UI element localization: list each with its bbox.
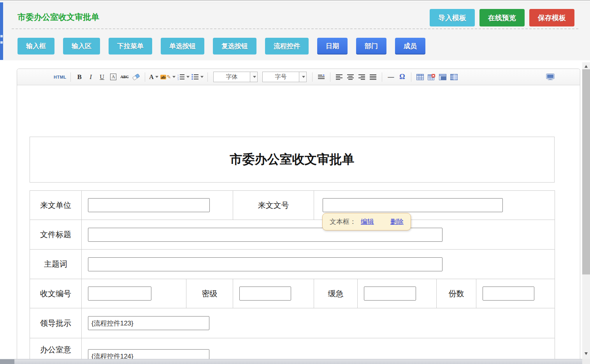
strikethrough-button[interactable]: ABC bbox=[120, 72, 130, 83]
table-merge-button[interactable] bbox=[438, 72, 448, 83]
form-table: 来文单位 来文文号 文件标题 主题词 收文编号 密级 缓急 份数 bbox=[30, 190, 555, 359]
delete-link[interactable]: 删除 bbox=[390, 217, 404, 226]
insert-table-button[interactable] bbox=[415, 72, 425, 83]
urgency-input[interactable] bbox=[364, 287, 416, 301]
horizontal-scrollbar-thumb[interactable] bbox=[0, 359, 14, 364]
online-preview-button[interactable]: 在线预览 bbox=[479, 9, 525, 26]
copies-input[interactable] bbox=[483, 287, 534, 301]
insert-textarea-button[interactable]: 输入区 bbox=[63, 38, 100, 55]
field-label: 收文编号 bbox=[30, 279, 82, 308]
ordered-list-icon: 1 2 3 bbox=[177, 74, 185, 80]
horizontal-scrollbar[interactable] bbox=[0, 359, 582, 364]
horizontal-rule-button[interactable]: — bbox=[386, 72, 396, 83]
insert-flow-control-button[interactable]: 流程控件 bbox=[265, 38, 309, 55]
page-title: 市委办公室收文审批单 bbox=[18, 12, 99, 23]
align-right-button[interactable] bbox=[357, 72, 367, 83]
scroll-up-arrow-icon[interactable] bbox=[585, 65, 588, 68]
field-label: 密级 bbox=[186, 279, 233, 308]
save-template-button[interactable]: 保存模板 bbox=[529, 9, 574, 26]
import-template-button[interactable]: 导入模板 bbox=[430, 9, 475, 26]
field-label: 文件标题 bbox=[30, 220, 82, 250]
vertical-scrollbar[interactable] bbox=[582, 62, 590, 359]
align-left-button[interactable] bbox=[334, 72, 344, 83]
textbox-context-tooltip: 文本框： 编辑 删除 bbox=[322, 213, 411, 230]
insert-checkbox-button[interactable]: 复选按钮 bbox=[213, 38, 256, 55]
insert-date-button[interactable]: 日期 bbox=[317, 38, 348, 55]
office-opinion-input[interactable] bbox=[88, 349, 209, 359]
subject-words-input[interactable] bbox=[88, 257, 442, 271]
remove-format-button[interactable] bbox=[131, 72, 141, 83]
combo-arrow[interactable] bbox=[299, 72, 306, 82]
toolbar-separator bbox=[312, 72, 313, 82]
unordered-list-button[interactable] bbox=[191, 72, 204, 83]
special-char-button[interactable]: Ω bbox=[397, 72, 407, 83]
ordered-list-button[interactable]: 1 2 3 bbox=[177, 72, 190, 83]
highlight-color-button[interactable]: ab ✎ bbox=[160, 72, 176, 83]
insert-member-button[interactable]: 成员 bbox=[395, 38, 425, 55]
combo-arrow[interactable] bbox=[250, 72, 257, 82]
vertical-scrollbar-thumb[interactable] bbox=[582, 69, 590, 274]
underline-button[interactable]: U bbox=[97, 72, 107, 83]
unordered-list-icon bbox=[191, 74, 199, 80]
editable-document[interactable]: 市委办公室收文审批单 来文单位 来文文号 文件标题 主题词 收文 bbox=[17, 85, 580, 359]
edit-link[interactable]: 编辑 bbox=[361, 217, 374, 226]
dashed-divider bbox=[12, 28, 578, 29]
insert-radio-button[interactable]: 单选按钮 bbox=[161, 38, 204, 55]
table-row: 收文编号 密级 缓急 份数 bbox=[30, 279, 555, 308]
secrecy-level-input[interactable] bbox=[239, 287, 291, 301]
align-center-icon bbox=[347, 74, 354, 80]
indent-button[interactable] bbox=[316, 72, 326, 83]
strip-mark bbox=[0, 35, 3, 37]
monitor-icon bbox=[546, 74, 555, 80]
table-grid-icon bbox=[450, 74, 458, 80]
eraser-icon bbox=[132, 74, 140, 80]
align-center-button[interactable] bbox=[346, 72, 355, 83]
tooltip-label: 文本框： bbox=[330, 217, 356, 226]
align-right-icon bbox=[358, 74, 365, 80]
font-size-select[interactable]: 字号 bbox=[262, 72, 307, 82]
toolbar-separator bbox=[382, 72, 382, 82]
char-border-button[interactable]: A bbox=[109, 72, 118, 83]
insert-department-button[interactable]: 部门 bbox=[356, 38, 386, 55]
boxed-a-icon: A bbox=[110, 74, 117, 80]
field-label: 缓急 bbox=[314, 279, 358, 308]
delete-table-button[interactable] bbox=[427, 72, 436, 83]
insert-table-icon bbox=[416, 74, 424, 80]
indent-icon bbox=[318, 74, 325, 80]
chevron-down-icon bbox=[155, 76, 158, 78]
incoming-unit-input[interactable] bbox=[88, 198, 210, 212]
highlight-ab-icon: ab bbox=[160, 75, 167, 79]
leader-instructions-input[interactable] bbox=[88, 316, 209, 330]
chevron-down-icon bbox=[253, 76, 256, 78]
form-title: 市委办公室收文审批单 bbox=[230, 151, 355, 168]
receipt-number-input[interactable] bbox=[88, 287, 151, 301]
align-justify-button[interactable] bbox=[368, 72, 378, 83]
background-window-strip bbox=[0, 2, 3, 60]
chevron-down-icon bbox=[186, 76, 190, 78]
editor-toolbar: HTML B I U A ABC A ab ✎ 1 bbox=[17, 69, 580, 85]
toolbar-separator bbox=[70, 72, 71, 82]
html-source-button[interactable]: HTML bbox=[54, 72, 67, 83]
font-color-button[interactable]: A bbox=[149, 72, 159, 83]
rich-text-editor: HTML B I U A ABC A ab ✎ 1 bbox=[17, 69, 580, 359]
form-title-box: 市委办公室收文审批单 bbox=[30, 137, 555, 183]
field-label: 来文文号 bbox=[233, 191, 314, 220]
chevron-down-icon bbox=[200, 76, 204, 78]
preview-fullscreen-button[interactable] bbox=[545, 72, 555, 83]
table-grid-button[interactable] bbox=[449, 72, 459, 83]
pencil-icon: ✎ bbox=[167, 74, 171, 80]
incoming-doc-number-input[interactable] bbox=[323, 198, 503, 212]
align-left-icon bbox=[336, 74, 342, 80]
scroll-down-arrow-icon[interactable] bbox=[585, 352, 588, 355]
insert-dropdown-button[interactable]: 下拉菜单 bbox=[109, 38, 152, 55]
toolbar-separator bbox=[145, 72, 145, 82]
table-row: 主题词 bbox=[30, 250, 555, 279]
chevron-down-icon bbox=[172, 76, 176, 78]
table-row: 文件标题 bbox=[30, 220, 555, 250]
italic-button[interactable]: I bbox=[86, 72, 96, 83]
insert-input-box-button[interactable]: 输入框 bbox=[18, 38, 54, 55]
field-label: 办公室意 bbox=[30, 338, 82, 359]
font-family-select[interactable]: 字体 bbox=[213, 72, 258, 82]
strip-mark bbox=[0, 41, 3, 44]
bold-button[interactable]: B bbox=[75, 72, 84, 83]
